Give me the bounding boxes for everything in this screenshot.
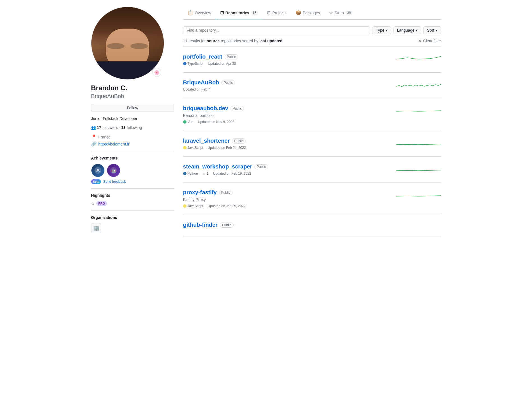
type-filter-button[interactable]: Type ▾ bbox=[372, 26, 391, 34]
repo-visibility: Public bbox=[220, 223, 234, 228]
repo-language: JavaScript bbox=[183, 204, 203, 208]
location-text: France bbox=[98, 135, 111, 139]
results-info: 11 results for source repositories sorte… bbox=[183, 39, 441, 47]
repo-name-link[interactable]: portfolio_react bbox=[183, 54, 222, 60]
repo-meta: TypeScript Updated on Apr 30 bbox=[183, 62, 392, 66]
organizations-title: Organizations bbox=[91, 215, 174, 220]
followers-count: 17 bbox=[97, 125, 102, 130]
beta-row: Beta Send feedback bbox=[91, 179, 174, 184]
achievements-title: Achievements bbox=[91, 156, 174, 160]
website-item: 🔗 https://bclement.fr bbox=[91, 141, 174, 147]
repo-name-row: portfolio_react Public bbox=[183, 54, 392, 60]
tab-repositories[interactable]: ⊡ Repositories 16 bbox=[216, 7, 262, 19]
repo-updated: Updated on Feb 19, 2022 bbox=[213, 172, 251, 175]
tab-packages[interactable]: 📦 Packages bbox=[291, 7, 324, 19]
clear-filter-label: Clear filter bbox=[423, 39, 441, 43]
repo-language: Vue bbox=[183, 120, 194, 124]
star-icon: ☆ bbox=[202, 172, 206, 175]
main-content: 📋 Overview ⊡ Repositories 16 ⊞ Projects … bbox=[183, 7, 441, 237]
repository-list: portfolio_react Public TypeScript Update… bbox=[183, 47, 441, 237]
svg-text:🤖: 🤖 bbox=[111, 168, 116, 173]
avatar bbox=[91, 7, 164, 80]
repo-info: BriqueAuBob Public Updated on Feb 7 bbox=[183, 79, 392, 91]
packages-icon: 📦 bbox=[296, 10, 301, 15]
tab-stars[interactable]: ☆ Stars 39 bbox=[324, 7, 357, 19]
following-count: 13 bbox=[121, 125, 126, 130]
repo-sparkline bbox=[396, 163, 441, 175]
repo-info: steam_workshop_scraper Public Python ☆ 1… bbox=[183, 163, 392, 175]
highlights-row: ☆ PRO bbox=[91, 201, 174, 206]
repo-meta: Vue Updated on Nov 9, 2022 bbox=[183, 120, 392, 124]
lang-dot bbox=[183, 120, 186, 124]
repo-info: briqueaubob.dev Public Personal portfoli… bbox=[183, 105, 392, 124]
repo-name-link[interactable]: proxy-fastify bbox=[183, 189, 217, 196]
repo-item: portfolio_react Public TypeScript Update… bbox=[183, 47, 441, 73]
repo-item: laravel_shortener Public JavaScript Upda… bbox=[183, 131, 441, 157]
avatar-badge: 🌸 bbox=[152, 68, 161, 77]
location-item: 📍 France bbox=[91, 134, 174, 140]
repo-name-row: proxy-fastify Public bbox=[183, 189, 392, 196]
sort-button[interactable]: Sort ▾ bbox=[423, 26, 441, 34]
repo-name-row: BriqueAuBob Public bbox=[183, 79, 392, 86]
repo-name-row: briqueaubob.dev Public bbox=[183, 105, 392, 112]
repo-language: JavaScript bbox=[183, 146, 203, 150]
tab-overview[interactable]: 📋 Overview bbox=[183, 7, 216, 19]
repo-visibility: Public bbox=[254, 164, 268, 169]
repo-name-link[interactable]: briqueaubob.dev bbox=[183, 105, 228, 112]
results-filter-word: source bbox=[207, 39, 220, 43]
tab-overview-label: Overview bbox=[195, 11, 211, 15]
language-filter-button[interactable]: Language ▾ bbox=[393, 26, 421, 34]
repo-name-link[interactable]: steam_workshop_scraper bbox=[183, 163, 252, 170]
filter-bar: Type ▾ Language ▾ Sort ▾ bbox=[183, 26, 441, 34]
repo-visibility: Public bbox=[221, 80, 235, 85]
repo-name-row: steam_workshop_scraper Public bbox=[183, 163, 392, 170]
sort-label: Sort bbox=[427, 28, 434, 33]
repo-visibility: Public bbox=[219, 190, 233, 195]
following-label: following bbox=[127, 125, 142, 130]
achievements-grid: 🤖 bbox=[91, 164, 174, 177]
achievement-badge-2[interactable]: 🤖 bbox=[107, 164, 120, 177]
sort-chevron-icon: ▾ bbox=[436, 28, 437, 33]
repositories-icon: ⊡ bbox=[220, 10, 224, 15]
repo-updated: Updated on Feb 24, 2022 bbox=[208, 146, 246, 150]
website-link[interactable]: https://bclement.fr bbox=[98, 142, 130, 146]
send-feedback-link[interactable]: Send feedback bbox=[103, 180, 126, 184]
results-text: 11 results for source repositories sorte… bbox=[183, 39, 283, 43]
type-label: Type bbox=[376, 28, 384, 33]
user-login: BriqueAuBob bbox=[91, 93, 174, 100]
followers-label: followers bbox=[102, 125, 118, 130]
follow-button[interactable]: Follow bbox=[91, 104, 174, 112]
repo-meta: Python ☆ 1 Updated on Feb 19, 2022 bbox=[183, 172, 392, 175]
search-input[interactable] bbox=[183, 26, 370, 34]
language-label: Language bbox=[397, 28, 414, 33]
location-icon: 📍 bbox=[91, 134, 97, 140]
repositories-count: 16 bbox=[251, 11, 258, 15]
followers-icon: 👥 bbox=[91, 125, 96, 130]
repo-sparkline bbox=[396, 138, 441, 149]
pro-badge: PRO bbox=[96, 201, 107, 206]
repo-name-link[interactable]: github-finder bbox=[183, 222, 218, 228]
tab-projects-label: Projects bbox=[272, 11, 287, 15]
repo-visibility: Public bbox=[231, 106, 244, 111]
repo-info: github-finder Public bbox=[183, 222, 441, 230]
repo-description: Fastify Proxy bbox=[183, 197, 392, 202]
lang-dot bbox=[183, 62, 186, 65]
repo-name-link[interactable]: laravel_shortener bbox=[183, 138, 230, 144]
user-bio: Junior Fullstack Developer bbox=[91, 116, 174, 121]
clear-filter-button[interactable]: ✕ Clear filter bbox=[418, 39, 441, 43]
repo-updated: Updated on Nov 9, 2022 bbox=[198, 120, 234, 124]
repo-updated: Updated on Jan 29, 2022 bbox=[208, 204, 246, 208]
repo-item: BriqueAuBob Public Updated on Feb 7 bbox=[183, 73, 441, 98]
repo-visibility: Public bbox=[225, 54, 238, 59]
achievement-badge-1[interactable] bbox=[91, 164, 105, 177]
repo-item: steam_workshop_scraper Public Python ☆ 1… bbox=[183, 157, 441, 182]
org-icon[interactable]: 🏢 bbox=[91, 223, 101, 233]
repo-meta: JavaScript Updated on Feb 24, 2022 bbox=[183, 146, 392, 150]
sidebar: 🌸 Brandon C. BriqueAuBob Follow Junior F… bbox=[91, 7, 174, 237]
repo-name-link[interactable]: BriqueAuBob bbox=[183, 79, 219, 86]
repo-sparkline bbox=[396, 105, 441, 116]
search-wrap bbox=[183, 26, 370, 34]
tab-projects[interactable]: ⊞ Projects bbox=[262, 7, 291, 19]
user-name: Brandon C. bbox=[91, 84, 174, 92]
repo-sparkline bbox=[396, 54, 441, 65]
